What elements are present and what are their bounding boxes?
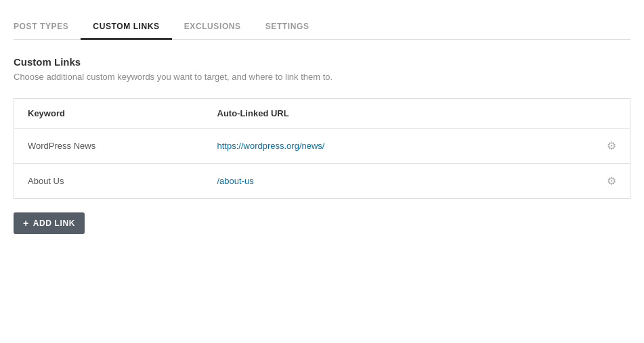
tab-exclusions[interactable]: EXCLUSIONS bbox=[172, 14, 253, 39]
plus-icon: + bbox=[23, 218, 29, 229]
cell-url: https://wordpress.org/news/ bbox=[204, 129, 594, 164]
gear-icon[interactable]: ⚙ bbox=[607, 175, 616, 187]
col-header-keyword: Keyword bbox=[14, 99, 204, 129]
table-row: WordPress Newshttps://wordpress.org/news… bbox=[14, 129, 630, 164]
tab-post-types[interactable]: POST TYPES bbox=[14, 14, 81, 39]
col-header-actions bbox=[593, 99, 630, 129]
custom-links-table: Keyword Auto-Linked URL WordPress Newsht… bbox=[14, 98, 630, 199]
tab-settings[interactable]: SETTINGS bbox=[253, 14, 322, 39]
table-row: About Us/about-us⚙ bbox=[14, 164, 630, 199]
section-header: Custom Links Choose additional custom ke… bbox=[14, 56, 630, 82]
cell-actions: ⚙ bbox=[593, 164, 630, 199]
section-description: Choose additional custom keywords you wa… bbox=[14, 72, 630, 82]
add-link-label: ADD LINK bbox=[33, 219, 75, 228]
tab-custom-links[interactable]: CUSTOM LINKS bbox=[81, 14, 171, 39]
col-header-url: Auto-Linked URL bbox=[204, 99, 594, 129]
url-link[interactable]: /about-us bbox=[217, 176, 254, 186]
cell-url: /about-us bbox=[204, 164, 594, 199]
url-link[interactable]: https://wordpress.org/news/ bbox=[217, 141, 325, 151]
table-header-row: Keyword Auto-Linked URL bbox=[14, 99, 630, 129]
cell-keyword: WordPress News bbox=[14, 129, 204, 164]
section-title: Custom Links bbox=[14, 56, 630, 68]
gear-icon[interactable]: ⚙ bbox=[607, 139, 616, 152]
add-link-button[interactable]: + ADD LINK bbox=[14, 212, 85, 234]
tabs-navigation: POST TYPES CUSTOM LINKS EXCLUSIONS SETTI… bbox=[14, 14, 630, 40]
cell-keyword: About Us bbox=[14, 164, 204, 199]
cell-actions: ⚙ bbox=[593, 129, 630, 164]
